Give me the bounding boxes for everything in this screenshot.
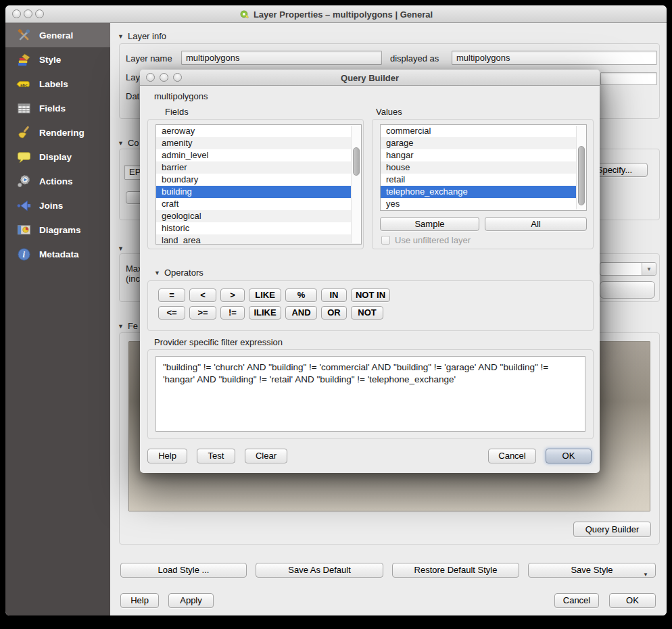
sidebar-item-label: Joins xyxy=(39,201,63,211)
dialog-titlebar[interactable]: Query Builder xyxy=(140,70,600,86)
op-percent-button[interactable]: % xyxy=(285,288,317,302)
op-in-button[interactable]: IN xyxy=(321,288,347,302)
list-item[interactable]: admin_level xyxy=(156,149,361,161)
op-ne-button[interactable]: != xyxy=(220,306,245,320)
sidebar: General Style abc Labels Fields Renderin… xyxy=(5,23,110,615)
help-button[interactable]: Help xyxy=(120,593,159,608)
dialog-cancel-button[interactable]: Cancel xyxy=(488,449,536,463)
list-item[interactable]: garage xyxy=(381,137,586,149)
collapse-arrow-icon: ▼ xyxy=(118,323,124,330)
list-item[interactable]: barrier xyxy=(156,161,361,174)
op-equals-button[interactable]: = xyxy=(158,288,185,302)
checkbox-icon xyxy=(381,236,390,245)
query-builder-open-button[interactable]: Query Builder xyxy=(573,522,651,537)
list-item[interactable]: hangar xyxy=(381,149,586,161)
layer-name-input[interactable]: multipolygons xyxy=(181,51,382,65)
op-and-button[interactable]: AND xyxy=(285,306,317,320)
sidebar-item-label: Diagrams xyxy=(39,225,81,235)
list-item[interactable]: amenity xyxy=(156,137,361,149)
values-list[interactable]: commercial garage hangar house retail te… xyxy=(380,124,587,211)
filter-expression-label: Provider specific filter expression xyxy=(154,337,283,347)
list-item[interactable]: historic xyxy=(156,222,361,234)
scrollbar-thumb[interactable] xyxy=(578,146,585,205)
op-not-in-button[interactable]: NOT IN xyxy=(351,288,390,302)
sidebar-item-actions[interactable]: Actions xyxy=(5,169,110,193)
op-lt-button[interactable]: < xyxy=(189,288,216,302)
collapse-arrow-icon: ▼ xyxy=(118,245,124,252)
dialog-test-button[interactable]: Test xyxy=(197,449,235,463)
cancel-button[interactable]: Cancel xyxy=(554,593,599,608)
sidebar-item-joins[interactable]: Joins xyxy=(5,193,110,218)
rendering-icon xyxy=(15,124,32,141)
scale-field[interactable] xyxy=(600,281,655,299)
sidebar-item-general[interactable]: General xyxy=(5,23,110,47)
list-item[interactable]: retail xyxy=(381,174,586,186)
sidebar-item-diagrams[interactable]: Diagrams xyxy=(5,218,110,242)
scale-combobox[interactable]: ▼ xyxy=(600,262,656,276)
sidebar-item-metadata[interactable]: i Metadata xyxy=(5,242,110,266)
op-ge-button[interactable]: >= xyxy=(189,306,216,320)
operators-header[interactable]: ▼Operators xyxy=(154,268,203,278)
sidebar-item-rendering[interactable]: Rendering xyxy=(5,120,110,145)
op-like-button[interactable]: LIKE xyxy=(249,288,281,302)
op-ilike-button[interactable]: ILIKE xyxy=(249,306,281,320)
sidebar-item-fields[interactable]: Fields xyxy=(5,96,110,120)
dialog-help-button[interactable]: Help xyxy=(147,449,187,463)
layer-info-header[interactable]: ▼Layer info xyxy=(118,31,166,41)
svg-text:i: i xyxy=(22,250,25,259)
displayed-as-label: displayed as xyxy=(390,53,439,64)
list-item[interactable]: aeroway xyxy=(156,125,361,137)
actions-icon xyxy=(15,173,32,189)
all-button[interactable]: All xyxy=(485,217,587,231)
query-builder-dialog: Query Builder multipolygons Fields Value… xyxy=(140,70,600,473)
list-item[interactable]: yes xyxy=(381,198,586,210)
displayed-as-input[interactable]: multipolygons xyxy=(452,51,657,65)
ok-button[interactable]: OK xyxy=(609,593,656,608)
list-item-selected[interactable]: telephone_exchange xyxy=(381,186,586,198)
sample-button[interactable]: Sample xyxy=(380,217,479,231)
use-unfiltered-label: Use unfiltered layer xyxy=(395,235,471,245)
op-gt-button[interactable]: > xyxy=(220,288,245,302)
sidebar-item-label: Actions xyxy=(39,176,73,186)
values-scrollbar[interactable] xyxy=(576,126,586,209)
layer-source-input[interactable] xyxy=(600,72,657,85)
layer-name-label: Layer name xyxy=(126,53,172,64)
sidebar-item-label: Rendering xyxy=(39,128,85,138)
save-style-button[interactable]: Save Style▼ xyxy=(528,563,656,578)
use-unfiltered-checkbox[interactable]: Use unfiltered layer xyxy=(381,235,471,245)
scrollbar-thumb[interactable] xyxy=(353,147,360,176)
apply-button[interactable]: Apply xyxy=(168,593,214,608)
restore-default-style-button[interactable]: Restore Default Style xyxy=(392,563,519,578)
metadata-icon: i xyxy=(15,246,32,262)
sidebar-item-style[interactable]: Style xyxy=(5,47,110,72)
window-titlebar[interactable]: Layer Properties – multipolygons | Gener… xyxy=(5,5,667,23)
dialog-title: Query Builder xyxy=(140,70,600,86)
list-item[interactable]: geological xyxy=(156,210,361,222)
list-item[interactable]: commercial xyxy=(381,125,586,137)
save-as-default-button[interactable]: Save As Default xyxy=(256,563,383,578)
fields-list[interactable]: aeroway amenity admin_level barrier boun… xyxy=(155,124,362,245)
sidebar-item-label: Metadata xyxy=(39,249,79,259)
list-item[interactable]: boundary xyxy=(156,174,361,186)
dialog-clear-button[interactable]: Clear xyxy=(245,449,287,463)
svg-text:abc: abc xyxy=(20,82,27,86)
op-le-button[interactable]: <= xyxy=(158,306,185,320)
op-not-button[interactable]: NOT xyxy=(351,306,383,320)
joins-icon xyxy=(15,197,32,213)
display-icon xyxy=(15,149,32,165)
sidebar-item-label: Style xyxy=(39,55,61,65)
collapse-arrow-icon: ▼ xyxy=(118,140,124,147)
scale-visibility-header[interactable]: ▼ xyxy=(118,243,135,253)
list-item-selected[interactable]: building xyxy=(156,186,361,198)
list-item[interactable]: land_area xyxy=(156,234,361,245)
fields-scrollbar[interactable] xyxy=(351,126,361,243)
op-or-button[interactable]: OR xyxy=(321,306,347,320)
load-style-button[interactable]: Load Style ... xyxy=(120,563,247,578)
sidebar-item-label: Display xyxy=(39,152,72,162)
sidebar-item-display[interactable]: Display xyxy=(5,145,110,169)
dialog-ok-button[interactable]: OK xyxy=(546,449,592,463)
list-item[interactable]: house xyxy=(381,161,586,174)
sidebar-item-labels[interactable]: abc Labels xyxy=(5,72,110,96)
filter-expression-textarea[interactable]: "building" != 'church' AND "building" !=… xyxy=(155,356,585,432)
list-item[interactable]: craft xyxy=(156,198,361,210)
